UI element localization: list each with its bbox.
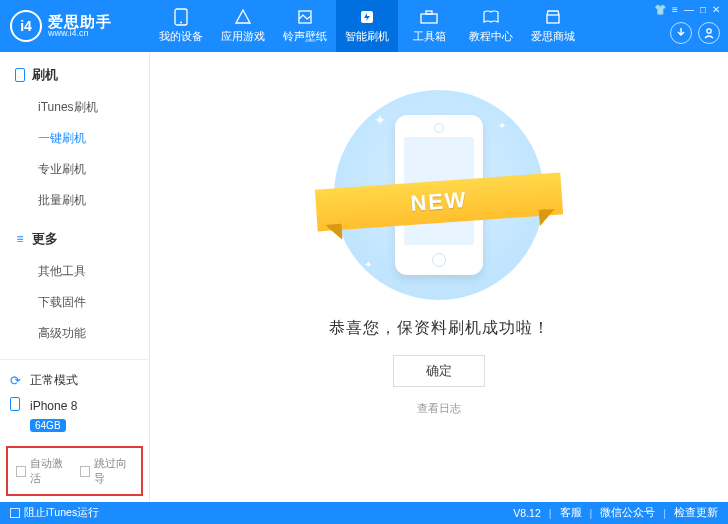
refresh-icon: ⟳ [10,373,24,388]
svg-rect-5 [426,11,432,14]
window-controls: 👕 ≡ — □ ✕ [654,4,720,15]
sidebar-item-oneclick[interactable]: 一键刷机 [0,123,149,154]
brand-logo: i4 爱思助手 www.i4.cn [0,10,150,42]
phone-icon [172,8,190,26]
svg-point-7 [707,29,711,33]
view-log-link[interactable]: 查看日志 [417,401,461,416]
nav-flash[interactable]: 智能刷机 [336,0,398,52]
ok-button[interactable]: 确定 [393,355,485,387]
nav-media[interactable]: 铃声壁纸 [274,0,336,52]
app-header: i4 爱思助手 www.i4.cn 我的设备 应用游戏 铃声壁纸 智能刷机 工具… [0,0,728,52]
phone-outline-icon [14,68,26,82]
success-illustration: ✦ ✦ ✦ NEW [334,90,544,300]
device-name: iPhone 8 [30,399,77,413]
svg-rect-6 [547,15,559,23]
storage-badge: 64GB [30,419,66,432]
store-icon [544,8,562,26]
nav-apps[interactable]: 应用游戏 [212,0,274,52]
toolbox-icon [420,8,438,26]
media-icon [296,8,314,26]
top-nav: 我的设备 应用游戏 铃声壁纸 智能刷机 工具箱 教程中心 爱思商城 [150,0,584,52]
sidebar-item-batch[interactable]: 批量刷机 [0,185,149,216]
mode-label: 正常模式 [30,372,78,389]
status-bar: 阻止iTunes运行 V8.12 | 客服 | 微信公众号 | 检查更新 [0,502,728,524]
download-button[interactable] [670,22,692,44]
nav-devices[interactable]: 我的设备 [150,0,212,52]
sidebar-item-other[interactable]: 其他工具 [0,256,149,287]
mode-row[interactable]: ⟳ 正常模式 [10,368,139,393]
check-block-itunes[interactable]: 阻止iTunes运行 [10,506,99,520]
nav-label: 工具箱 [413,29,446,44]
sparkle-icon: ✦ [498,120,506,131]
shirt-icon[interactable]: 👕 [654,4,666,15]
brand-name: 爱思助手 [48,14,112,29]
book-icon [482,8,500,26]
check-auto-activate[interactable]: 自动激活 [16,456,70,486]
device-icon [10,397,24,414]
sparkle-icon: ✦ [374,112,386,128]
footer-link-wechat[interactable]: 微信公众号 [600,506,655,520]
footer-link-update[interactable]: 检查更新 [674,506,718,520]
version-label: V8.12 [513,507,540,519]
maximize-button[interactable]: □ [700,4,706,15]
sidebar-item-firmware[interactable]: 下载固件 [0,287,149,318]
ribbon: NEW [316,178,562,226]
group-title: 刷机 [32,66,58,84]
nav-label: 教程中心 [469,29,513,44]
success-message: 恭喜您，保资料刷机成功啦！ [329,318,550,339]
svg-point-1 [180,22,182,24]
user-button[interactable] [698,22,720,44]
menu-icon: ≡ [14,232,26,246]
apps-icon [234,8,252,26]
brand-url: www.i4.cn [48,29,112,38]
flash-icon [358,8,376,26]
bottom-checks: 自动激活 跳过向导 [6,446,143,496]
device-row[interactable]: iPhone 8 [10,393,139,418]
sidebar-item-itunes[interactable]: iTunes刷机 [0,92,149,123]
svg-rect-9 [11,398,20,411]
device-status: ⟳ 正常模式 iPhone 8 64GB [0,359,149,440]
nav-label: 铃声壁纸 [283,29,327,44]
sidebar-item-pro[interactable]: 专业刷机 [0,154,149,185]
sparkle-icon: ✦ [364,259,372,270]
sidebar: 刷机 iTunes刷机 一键刷机 专业刷机 批量刷机 ≡ 更多 其他工具 下载固… [0,52,150,502]
logo-icon: i4 [10,10,42,42]
ribbon-text: NEW [315,172,563,231]
check-skip-guide[interactable]: 跳过向导 [80,456,134,486]
sidebar-item-advanced[interactable]: 高级功能 [0,318,149,349]
nav-tutorial[interactable]: 教程中心 [460,0,522,52]
footer-link-support[interactable]: 客服 [560,506,582,520]
nav-label: 我的设备 [159,29,203,44]
sidebar-group-flash: 刷机 [0,60,149,90]
minimize-button[interactable]: — [684,4,694,15]
sidebar-group-more: ≡ 更多 [0,224,149,254]
close-button[interactable]: ✕ [712,4,720,15]
nav-label: 智能刷机 [345,29,389,44]
nav-store[interactable]: 爱思商城 [522,0,584,52]
nav-label: 爱思商城 [531,29,575,44]
group-title: 更多 [32,230,58,248]
nav-tools[interactable]: 工具箱 [398,0,460,52]
menu-icon[interactable]: ≡ [672,4,678,15]
svg-rect-8 [16,69,25,82]
nav-label: 应用游戏 [221,29,265,44]
svg-rect-4 [421,14,437,23]
main-panel: ✦ ✦ ✦ NEW 恭喜您，保资料刷机成功啦！ 确定 查看日志 [150,52,728,502]
